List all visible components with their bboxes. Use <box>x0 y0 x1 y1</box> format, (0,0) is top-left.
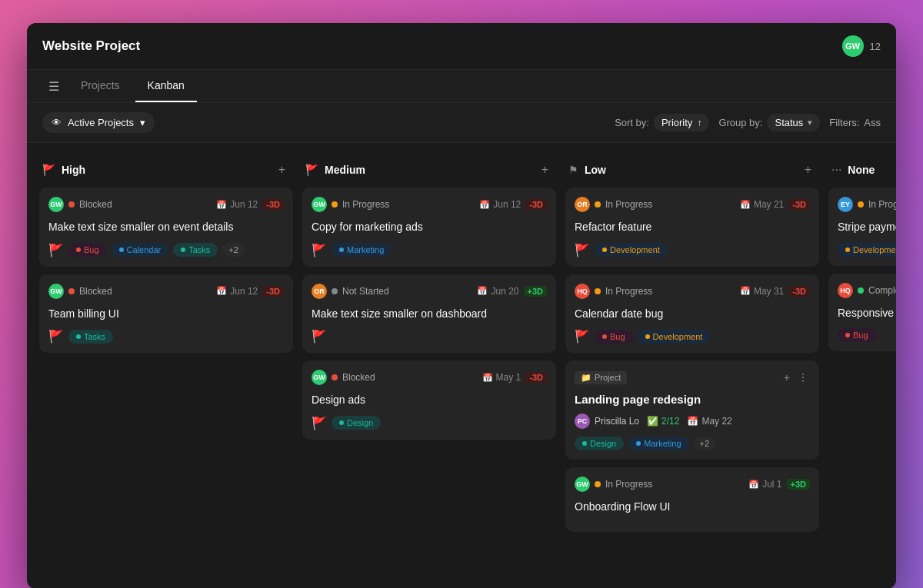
card-tag-more: +2 <box>694 437 716 450</box>
card-header: GWBlocked📅May 1-3D <box>312 370 547 385</box>
card-date: 📅Jun 20 <box>477 286 518 297</box>
card-days-badge: -3D <box>525 199 547 210</box>
card-tag-more: +2 <box>222 243 245 257</box>
card-date: 📅May 21 <box>740 199 784 210</box>
sort-button[interactable]: Priority ↑ <box>654 114 709 131</box>
card-project-actions: +⋮ <box>782 370 810 385</box>
card-title: Copy for marketing ads <box>312 220 547 235</box>
kanban-card[interactable]: HQCompletedResponsive buBug <box>828 274 896 352</box>
card-meta-date: 📅May 22 <box>687 416 731 427</box>
card-header: GWIn Progress📅Jun 12-3D <box>312 197 547 212</box>
eye-icon: 👁 <box>52 117 62 128</box>
kanban-card[interactable]: GWIn Progress📅Jun 12-3DCopy for marketin… <box>302 188 556 267</box>
column-header-low: ⚑Low+ <box>565 155 819 188</box>
kanban-card[interactable]: HQIn Progress📅May 31-3DCalendar date bug… <box>565 274 819 354</box>
kanban-card[interactable]: 📁Project+⋮Landing page redesignPCPriscil… <box>565 360 819 460</box>
status-dot <box>858 201 864 208</box>
card-tag-bug: Bug <box>68 243 107 257</box>
kanban-card[interactable]: ORNot Started📅Jun 20+3DMake text size sm… <box>302 274 556 354</box>
calendar-icon: 📅 <box>740 200 751 210</box>
kanban-column-low: ⚑Low+ORIn Progress📅May 21-3DRefactor fea… <box>565 155 819 576</box>
card-avatar: GW <box>312 370 327 385</box>
tab-kanban[interactable]: Kanban <box>135 70 197 102</box>
card-date: 📅May 1 <box>482 372 521 383</box>
calendar-icon: 📅 <box>687 416 698 427</box>
card-days-badge: -3D <box>262 286 284 297</box>
kanban-card[interactable]: GWBlocked📅May 1-3DDesign ads🚩Design <box>302 360 556 440</box>
app-window: Website Project GW 12 ☰ Projects Kanban … <box>27 23 896 588</box>
calendar-icon: 📅 <box>216 200 227 210</box>
tag-label: Bug <box>853 331 868 340</box>
calendar-icon: 📅 <box>748 480 759 490</box>
groupby-chevron-icon: ▾ <box>808 118 812 128</box>
check-icon: ✅ <box>647 416 658 427</box>
card-tags: 🚩Tasks <box>48 329 284 344</box>
calendar-icon: 📅 <box>216 286 227 296</box>
tag-label: Calendar <box>127 245 162 254</box>
card-tag-development: Development <box>595 243 668 257</box>
card-tags: 🚩Design <box>312 416 547 430</box>
card-date: 📅Jun 12 <box>216 286 258 297</box>
card-tag-design: Design <box>575 437 624 450</box>
tag-dot <box>76 334 81 339</box>
kanban-card[interactable]: GWBlocked📅Jun 12-3DTeam billing UI🚩Tasks <box>39 274 293 354</box>
add-card-button-low[interactable]: + <box>800 161 816 178</box>
card-tag-tasks: Tasks <box>173 243 218 257</box>
column-header-none: ···None+ <box>828 155 896 188</box>
card-header: GWBlocked📅Jun 12-3D <box>48 197 284 212</box>
tag-label: +2 <box>700 439 710 448</box>
kanban-card[interactable]: ORIn Progress📅May 21-3DRefactor feature🚩… <box>565 188 819 267</box>
tab-projects[interactable]: Projects <box>68 70 132 102</box>
user-avatar[interactable]: GW <box>842 35 864 57</box>
tag-label: Bug <box>610 332 625 341</box>
tag-dot <box>181 247 185 252</box>
card-header-right: 📅Jun 12-3D <box>216 286 284 297</box>
card-tag-design: Design <box>332 416 381 430</box>
card-flag-icon: 🚩 <box>312 416 327 430</box>
card-avatar: EY <box>838 197 853 212</box>
tag-label: Tasks <box>84 332 105 341</box>
filter-value: Ass <box>864 117 881 128</box>
flag-icon-medium: 🚩 <box>305 164 318 176</box>
groupby-button[interactable]: Status ▾ <box>767 114 820 131</box>
hamburger-button[interactable]: ☰ <box>42 71 65 101</box>
card-header-right: 📅May 1-3D <box>482 372 547 383</box>
card-flag-icon: 🚩 <box>312 329 327 344</box>
card-tags: Bug <box>838 328 896 342</box>
card-more-button[interactable]: ⋮ <box>796 370 810 385</box>
card-title: Design ads <box>312 393 547 408</box>
calendar-icon: 📅 <box>477 286 488 296</box>
card-avatar: OR <box>575 197 590 212</box>
card-header-right: 📅May 21-3D <box>740 199 810 210</box>
calendar-icon: 📅 <box>479 200 490 210</box>
card-progress: 2/12 <box>661 416 679 427</box>
card-header-left: EYIn Progress <box>838 197 896 212</box>
kanban-card[interactable]: GWIn Progress📅Jul 1+3DOnboarding Flow UI <box>565 467 819 532</box>
tag-label: Development <box>653 332 703 341</box>
tag-label: Development <box>610 245 660 254</box>
app-title: Website Project <box>42 38 140 54</box>
kanban-card[interactable]: EYIn ProgressStripe paymentDevelopment <box>828 188 896 266</box>
card-flag-icon: 🚩 <box>48 243 64 257</box>
card-status-text: In Progress <box>605 286 652 297</box>
calendar-icon: 📅 <box>482 373 493 383</box>
card-date: May 22 <box>701 416 731 427</box>
tag-dot <box>602 334 607 339</box>
dots-icon: ··· <box>831 163 841 177</box>
add-card-button-medium[interactable]: + <box>537 161 553 178</box>
kanban-card[interactable]: GWBlocked📅Jun 12-3DMake text size smalle… <box>39 188 293 267</box>
tag-dot <box>76 247 81 252</box>
kanban-column-high: 🚩High+GWBlocked📅Jun 12-3DMake text size … <box>39 155 293 576</box>
card-days-badge: -3D <box>788 199 810 210</box>
card-add-button[interactable]: + <box>782 370 791 385</box>
view-selector[interactable]: 👁 Active Projects ▾ <box>42 112 155 133</box>
card-date: 📅Jun 12 <box>216 199 258 210</box>
groupby-group: Group by: Status ▾ <box>718 114 820 131</box>
nav-bar: ☰ Projects Kanban <box>27 70 896 103</box>
card-tags: 🚩Development <box>575 243 810 257</box>
card-days-badge: -3D <box>525 372 547 383</box>
card-title: Onboarding Flow UI <box>575 500 810 515</box>
add-card-button-high[interactable]: + <box>274 161 290 178</box>
card-project-header: 📁Project+⋮ <box>575 370 810 385</box>
card-days-badge: -3D <box>262 199 284 210</box>
